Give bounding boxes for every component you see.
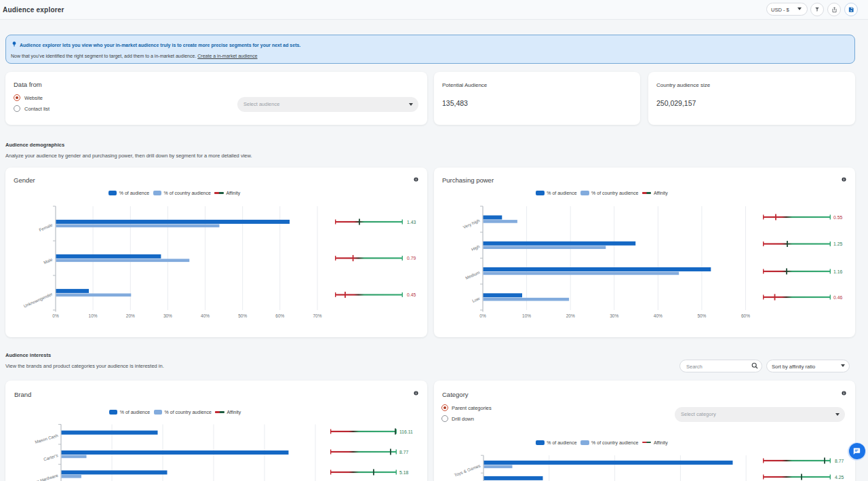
svg-text:8.77: 8.77 [835,459,844,463]
svg-text:40%: 40% [201,313,210,318]
svg-text:Very high: Very high [462,218,481,230]
svg-text:1.16: 1.16 [833,269,842,274]
svg-text:60%: 60% [275,313,284,318]
svg-text:0.79: 0.79 [407,256,416,261]
svg-text:0.45: 0.45 [407,292,416,297]
svg-text:0%: 0% [479,313,486,318]
svg-text:40%: 40% [654,313,663,318]
svg-text:20%: 20% [566,313,575,318]
svg-text:30%: 30% [610,313,618,318]
svg-text:60%: 60% [741,313,750,318]
svg-text:Carter's: Carter's [43,453,58,461]
svg-text:Unknowngender: Unknowngender [23,292,54,309]
svg-text:5.18: 5.18 [399,470,408,475]
svg-text:50%: 50% [697,313,706,318]
svg-text:Low: Low [471,296,481,303]
svg-text:8.77: 8.77 [399,450,408,455]
svg-text:High: High [471,244,481,252]
svg-text:1.43: 1.43 [407,220,416,225]
svg-text:70%: 70% [313,313,321,318]
svg-text:m Hardware: m Hardware [35,473,58,481]
svg-text:Mason Cash: Mason Cash [34,433,58,444]
svg-text:Female: Female [38,222,53,232]
svg-text:50%: 50% [238,313,247,318]
svg-text:116.11: 116.11 [399,429,413,434]
svg-text:0.46: 0.46 [833,295,842,300]
svg-text:20%: 20% [126,313,135,318]
svg-text:Toys & Games: Toys & Games [454,463,481,478]
svg-text:4.25: 4.25 [835,475,844,480]
svg-text:0%: 0% [52,313,59,318]
svg-text:10%: 10% [522,313,531,318]
svg-text:1.25: 1.25 [833,242,842,246]
svg-text:0.55: 0.55 [833,215,842,220]
svg-text:30%: 30% [163,313,172,318]
svg-text:Medium: Medium [465,270,480,281]
svg-text:Male: Male [43,256,54,265]
svg-text:10%: 10% [89,313,98,318]
